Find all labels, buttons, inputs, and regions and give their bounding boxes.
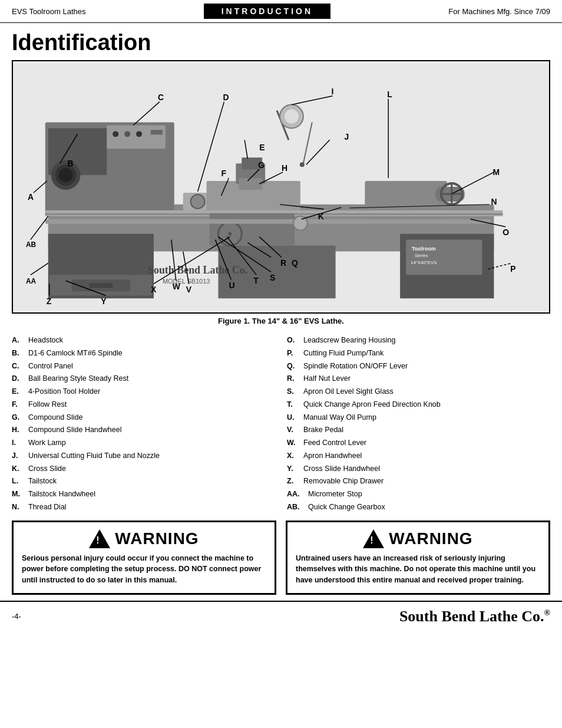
label-item: Y.Cross Slide Handwheel (287, 463, 550, 475)
label-text: Manual Way Oil Pump (303, 412, 550, 423)
label-text: Cross Slide Handwheel (303, 463, 550, 475)
warning-title-2: WARNING (389, 529, 472, 548)
warning-header-1: WARNING (22, 529, 266, 548)
label-item: I.Work Lamp (12, 437, 275, 449)
footer-brand-name: South Bend Lathe Co.® (399, 608, 550, 625)
label-text: D1-6 Camlock MT#6 Spindle (28, 348, 275, 359)
label-text: Follow Rest (28, 399, 275, 410)
warning-header-2: WARNING (296, 529, 540, 548)
svg-text:Z: Z (47, 297, 52, 306)
svg-text:L: L (387, 90, 392, 99)
label-key: J. (12, 450, 28, 462)
svg-text:D: D (223, 93, 229, 102)
svg-rect-19 (239, 178, 262, 190)
svg-text:X: X (151, 285, 157, 294)
label-key: G. (12, 412, 28, 423)
label-text: Thread Dial (28, 502, 275, 513)
label-item: J.Universal Cutting Fluid Tube and Nozzl… (12, 450, 275, 462)
svg-text:M: M (492, 167, 500, 177)
label-text: Apron Handwheel (303, 450, 550, 462)
label-key: F. (12, 399, 28, 410)
svg-text:T: T (253, 276, 259, 285)
svg-text:J: J (345, 132, 349, 141)
label-item: R.Half Nut Lever (287, 373, 550, 384)
svg-text:E: E (259, 143, 265, 152)
svg-text:Y: Y (101, 297, 107, 306)
label-item: P.Cutting Fluid Pump/Tank (287, 348, 550, 359)
svg-point-34 (285, 110, 299, 124)
svg-text:14"X40"EVS: 14"X40"EVS (411, 260, 437, 265)
label-item: C.Control Panel (12, 361, 275, 372)
label-key: R. (287, 373, 303, 384)
label-text: Half Nut Lever (303, 373, 550, 384)
label-item: G.Compound Slide (12, 412, 275, 423)
label-item: F.Follow Rest (12, 399, 275, 410)
svg-text:R: R (280, 258, 286, 268)
label-item: O.Leadscrew Bearing Housing (287, 335, 550, 346)
svg-text:H: H (282, 163, 287, 173)
svg-text:Series: Series (415, 253, 428, 258)
label-text: Compound Slide (28, 412, 275, 423)
label-item: N.Thread Dial (12, 502, 275, 513)
svg-text:AB: AB (26, 241, 37, 249)
label-key: K. (12, 463, 28, 475)
label-text: Cross Slide (28, 463, 275, 475)
svg-point-36 (300, 162, 305, 167)
svg-text:A: A (28, 192, 34, 202)
label-text: Universal Cutting Fluid Tube and Nozzle (28, 450, 275, 462)
label-key: L. (12, 476, 28, 487)
warning-text-2: Untrained users have an increased risk o… (296, 553, 540, 586)
label-text: Micrometer Stop (308, 489, 550, 500)
svg-point-11 (113, 131, 118, 137)
label-text: Compound Slide Handwheel (28, 424, 275, 436)
label-key: E. (12, 386, 28, 397)
svg-text:South Bend Lathe Co.: South Bend Lathe Co. (148, 264, 247, 276)
svg-text:N: N (491, 197, 497, 206)
label-item: W.Feed Control Lever (287, 437, 550, 449)
label-text: Spindle Rotation ON/OFF Lever (303, 361, 550, 372)
labels-left-column: A.HeadstockB.D1-6 Camlock MT#6 SpindleC.… (12, 335, 275, 515)
svg-text:Toolroom: Toolroom (412, 246, 436, 252)
label-item: Z.Removable Chip Drawer (287, 476, 550, 487)
label-key: S. (287, 386, 303, 397)
svg-point-13 (136, 131, 142, 137)
label-text: Apron Oil Level Sight Glass (303, 386, 550, 397)
header-left-text: EVS Toolroom Lathes (12, 7, 86, 16)
label-item: M.Tailstock Handwheel (12, 489, 275, 500)
svg-rect-28 (210, 213, 295, 246)
svg-text:W: W (173, 282, 181, 291)
label-item: K.Cross Slide (12, 463, 275, 475)
label-key: M. (12, 489, 28, 500)
label-text: Work Lamp (28, 437, 275, 449)
svg-point-30 (228, 232, 232, 236)
label-key: C. (12, 361, 28, 372)
label-key: A. (12, 335, 28, 346)
header-right-text: For Machines Mfg. Since 7/09 (448, 7, 550, 16)
warnings-section: WARNING Serious personal injury could oc… (12, 521, 550, 595)
label-key: T. (287, 399, 303, 410)
label-item: V.Brake Pedal (287, 424, 550, 436)
label-item: H.Compound Slide Handwheel (12, 424, 275, 436)
label-key: H. (12, 424, 28, 436)
label-item: T.Quick Change Apron Feed Direction Knob (287, 399, 550, 410)
svg-text:B: B (68, 159, 74, 168)
warning-triangle-icon-1 (89, 529, 110, 548)
label-text: Quick Change Gearbox (308, 502, 550, 513)
label-key: P. (287, 348, 303, 359)
label-key: D. (12, 373, 28, 384)
svg-rect-40 (89, 283, 113, 288)
footer-page-number: -4- (12, 612, 21, 621)
label-text: Feed Control Lever (303, 437, 550, 449)
labels-right-column: O.Leadscrew Bearing HousingP.Cutting Flu… (287, 335, 550, 515)
label-item: E.4-Position Tool Holder (12, 386, 275, 397)
page-title: Identification (0, 23, 562, 60)
svg-point-9 (59, 168, 73, 182)
label-key: N. (12, 502, 28, 513)
label-key: B. (12, 348, 28, 359)
svg-text:C: C (158, 93, 164, 102)
label-key: I. (12, 437, 28, 449)
page-footer: -4- South Bend Lathe Co.® (0, 601, 562, 631)
svg-text:AA: AA (26, 277, 37, 285)
label-item: X.Apron Handwheel (287, 450, 550, 462)
svg-text:I: I (332, 87, 334, 96)
